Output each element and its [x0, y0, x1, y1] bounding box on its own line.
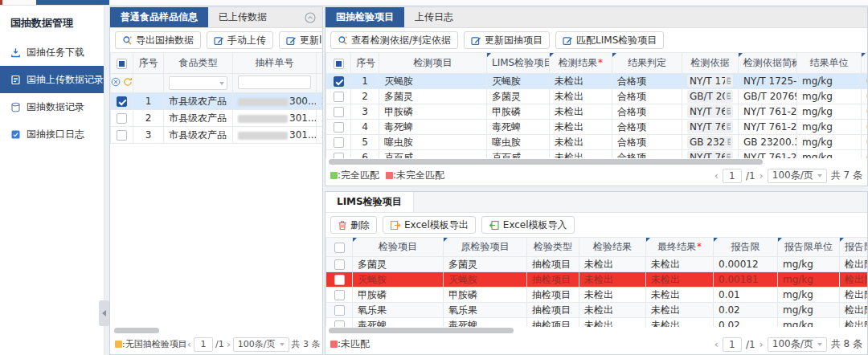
clear-filter-icon[interactable] — [111, 77, 121, 89]
filter-input[interactable] — [238, 75, 311, 89]
row-checkbox[interactable] — [334, 290, 345, 300]
sidebar-collapse-handle[interactable] — [99, 300, 109, 326]
toolbar-button[interactable]: 删除 — [330, 216, 377, 234]
sidebar-item-3[interactable]: 国抽数据记录 — [0, 93, 104, 120]
redacted-text — [238, 132, 288, 140]
legend-label: :完全匹配 — [338, 169, 379, 182]
standard-tag[interactable]: NY/T 761-20 — [687, 120, 733, 133]
row-checkbox[interactable] — [334, 275, 345, 285]
cell: 噻虫胺 — [487, 135, 550, 150]
page-size-select[interactable]: 100条/页 — [768, 169, 827, 183]
table-row[interactable]: 3市县级农产品301...2 — [111, 127, 323, 144]
button-label: 手动上传 — [227, 34, 266, 47]
scroll-thumb[interactable] — [329, 328, 514, 333]
row-select-cell — [111, 110, 133, 127]
collapse-panel-icon[interactable] — [305, 7, 322, 27]
cell: 0.00012 — [714, 257, 778, 272]
sidebar-item-1[interactable]: 国抽任务下载 — [0, 39, 104, 66]
sidebar-item-2[interactable]: 国抽上传数据记录 — [0, 66, 104, 93]
cell: 多菌灵 — [444, 257, 527, 272]
row-checkbox[interactable] — [334, 305, 345, 316]
sample-table-hscrollbar[interactable] — [110, 327, 322, 334]
page-input[interactable]: 1 — [723, 337, 742, 352]
prev-page-button[interactable]: ‹ — [714, 339, 719, 349]
toolbar-button[interactable]: Excel模板导出 — [383, 216, 476, 234]
prev-page-button[interactable]: ‹ — [714, 170, 719, 181]
cell: 0.02 — [714, 318, 778, 328]
row-checkbox[interactable] — [334, 259, 345, 270]
column-header: 检验项目 — [353, 238, 444, 257]
row-checkbox[interactable] — [334, 122, 344, 133]
column-header: LIMS检验项目 — [487, 53, 550, 74]
row-checkbox[interactable] — [334, 107, 344, 117]
row-checkbox[interactable] — [334, 153, 344, 158]
table-row[interactable]: 6克百威克百威未检出合格项NY/T 761-20NY/T 761-2008mg/… — [326, 150, 868, 159]
table-row[interactable]: 2多菌灵多菌灵未检出合格项GB/T 20769-GB/T 20769-20mg/… — [326, 89, 868, 104]
table-row[interactable]: 甲胺磷甲胺磷抽检项目未检出未检出0.01mg/kg检出限 — [326, 288, 868, 303]
pager: ‹1/1›100条/页共 8 条 — [714, 337, 862, 352]
table-row[interactable]: 氧乐果氧乐果抽检项目未检出未检出0.02mg/kg检出限 — [326, 303, 868, 318]
select-all-checkbox[interactable] — [334, 243, 345, 253]
tab-2[interactable]: 已上传数据 — [208, 7, 277, 27]
prev-page-button[interactable]: ‹ — [187, 339, 191, 349]
row-checkbox[interactable] — [117, 130, 127, 141]
table-row[interactable]: 5噻虫胺噻虫胺未检出合格项GB 23200.39-GB 23200.39-2(m… — [326, 135, 868, 150]
cell: mg/kg — [778, 288, 840, 303]
toolbar-button[interactable]: 手动上传 — [207, 31, 273, 49]
tab-1[interactable]: 普通食品样品信息 — [110, 7, 208, 27]
row-checkbox[interactable] — [334, 76, 344, 87]
lims-table-hscrollbar[interactable] — [326, 327, 867, 334]
standard-tag[interactable]: GB/T 20769- — [687, 90, 733, 103]
standard-tag[interactable]: GB 23200.39- — [687, 136, 733, 149]
column-header: 食品类型 — [164, 53, 233, 74]
select-all-checkbox[interactable] — [117, 59, 127, 69]
table-row[interactable]: 4毒死蜱毒死蜱未检出合格项NY/T 761-20NY/T 761-2008mg/… — [326, 120, 868, 135]
row-checkbox[interactable] — [334, 137, 344, 148]
column-header-label: 抽样单号 — [256, 57, 294, 68]
table-row[interactable]: 3甲胺磷甲胺磷未检出合格项NY/T 761-20NY/T 761-2008mg/… — [326, 104, 868, 120]
page-size-select[interactable]: 100条/页 — [233, 337, 289, 352]
table-row[interactable]: 1灭蝇胺灭蝇胺未检出合格项NY/T 1725-2NY/T 1725-200mg/… — [326, 74, 868, 89]
filter-select[interactable] — [169, 76, 227, 90]
standard-tag[interactable]: NY/T 1725-2 — [687, 75, 733, 88]
page-of-label: /1 — [746, 339, 755, 350]
row-checkbox[interactable] — [117, 113, 127, 124]
page-input[interactable]: 1 — [194, 337, 213, 352]
table-row[interactable]: 1市县级农产品300...2 — [111, 93, 323, 110]
legend-item: :未完全匹配 — [386, 169, 444, 182]
national-table-hscrollbar[interactable] — [326, 158, 867, 165]
scroll-thumb[interactable] — [114, 328, 159, 333]
page-input[interactable]: 1 — [723, 169, 742, 183]
toolbar-button[interactable]: 导出国抽数据 — [115, 31, 201, 49]
row-checkbox[interactable] — [334, 92, 344, 102]
next-page-button[interactable]: › — [760, 170, 764, 181]
toolbar-button[interactable]: 匹配LIMS检验项目 — [555, 31, 664, 49]
page-size-select[interactable]: 100条/页 — [768, 337, 827, 352]
refresh-filter-icon[interactable] — [123, 77, 133, 89]
row-checkbox[interactable] — [117, 96, 127, 107]
select-all-header — [111, 53, 133, 74]
toolbar-button[interactable]: 更新lims项目 — [279, 31, 323, 49]
column-header-label: 食品类型 — [179, 57, 218, 68]
scroll-thumb[interactable] — [329, 159, 763, 165]
next-page-button[interactable]: › — [760, 339, 764, 349]
table-row[interactable]: 2市县级农产品301...2 — [111, 110, 323, 127]
standard-tag[interactable]: NY/T 761-20 — [687, 151, 733, 158]
next-page-button[interactable]: › — [227, 339, 231, 349]
table-row[interactable]: 灭蝇胺灭蝇胺抽检项目未检出未检出0.00181mg/kg检出限 — [326, 272, 868, 288]
toolbar-button[interactable]: 查看检测依据/判定依据 — [330, 31, 458, 49]
row-checkbox[interactable] — [334, 320, 345, 327]
column-header-label: 结果单位 — [810, 57, 849, 68]
column-header — [317, 53, 323, 74]
cell: 未检出 — [646, 303, 714, 318]
select-all-checkbox[interactable] — [334, 59, 344, 69]
header-row: 检验项目原检验项目检验类型检验结果最终结果*报告限报告限单位报告限类型 — [326, 238, 868, 257]
sidebar-item-4[interactable]: 国抽接口日志 — [0, 120, 104, 148]
toolbar-button[interactable]: Excel模板导入 — [481, 216, 575, 234]
standard-tag[interactable]: NY/T 761-20 — [687, 105, 733, 118]
tab-1[interactable]: 国抽检验项目 — [326, 7, 404, 27]
tab-2[interactable]: 上传日志 — [404, 7, 464, 27]
table-row[interactable]: 毒死蜱毒死蜱抽检项目未检出未检出0.02mg/kg检出限 — [326, 318, 868, 328]
table-row[interactable]: 多菌灵多菌灵抽检项目未检出未检出0.00012mg/kg检出限 — [326, 257, 868, 272]
toolbar-button[interactable]: 更新国抽项目 — [464, 31, 550, 49]
